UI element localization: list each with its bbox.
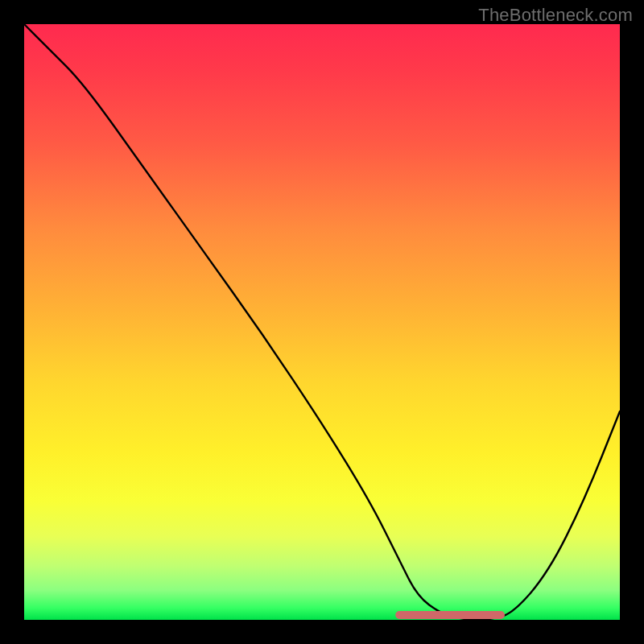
plot-area [24,24,620,620]
chart-frame: TheBottleneck.com [0,0,644,644]
curve-svg [24,24,620,620]
bottleneck-curve [24,24,620,620]
watermark-text: TheBottleneck.com [478,5,633,26]
